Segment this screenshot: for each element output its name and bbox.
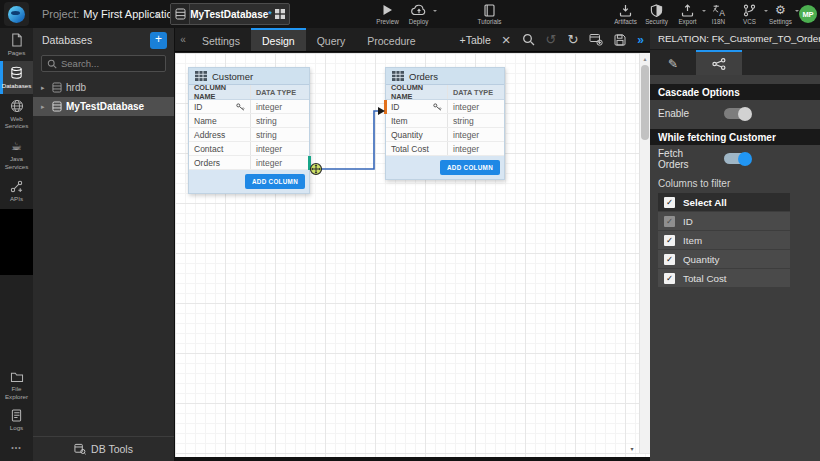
tab-procedure[interactable]: Procedure — [356, 28, 426, 51]
grid-view-icon[interactable] — [272, 9, 289, 19]
tab-edit-relation[interactable]: ✎ — [650, 50, 696, 75]
column-headers: COLUMN NAME DATA TYPE — [189, 85, 309, 100]
undo-icon[interactable]: ↺ — [546, 33, 557, 46]
add-database-button[interactable]: + — [150, 32, 167, 49]
sidebar-item-file-explorer[interactable]: File Explorer — [0, 366, 33, 405]
app-logo[interactable] — [4, 2, 29, 26]
primary-key-icon — [433, 103, 442, 111]
sidebar-item-databases[interactable]: Databases — [0, 61, 33, 94]
i18n-button[interactable]: A I18N — [703, 0, 734, 28]
filter-row-total-cost[interactable]: ✓ Total Cost — [658, 269, 790, 287]
column-row-id[interactable]: ID integer — [189, 100, 309, 114]
enable-toggle[interactable] — [724, 108, 750, 119]
checkbox-checked[interactable]: ✓ — [664, 235, 675, 246]
upload-icon — [681, 4, 694, 17]
sidebar-item-pages[interactable]: Pages — [0, 28, 33, 61]
search-icon[interactable] — [522, 33, 535, 46]
expander-icon[interactable]: ▸ — [41, 84, 48, 92]
connector-icon — [10, 180, 23, 193]
db-tools-button[interactable]: DB Tools — [33, 436, 174, 461]
add-table-button[interactable]: +Table — [460, 34, 491, 46]
search-icon — [47, 59, 57, 69]
search-input[interactable] — [61, 58, 160, 69]
tab-settings[interactable]: Settings — [191, 28, 251, 51]
table-card-customer[interactable]: Customer COLUMN NAME DATA TYPE ID intege… — [188, 67, 310, 194]
fetch-orders-toggle[interactable] — [724, 153, 750, 164]
artifacts-button[interactable]: Artifacts — [610, 0, 641, 28]
relation-panel-tabs: ✎ — [650, 50, 820, 75]
checkbox-checked[interactable]: ✓ — [664, 273, 675, 284]
canvas-bottom-edge — [175, 457, 650, 461]
close-icon[interactable]: × — [502, 33, 511, 46]
checkbox-checked[interactable]: ✓ — [664, 197, 675, 208]
collapse-panel-icon[interactable]: « — [175, 28, 191, 51]
filter-row-quantity[interactable]: ✓ Quantity — [658, 250, 790, 268]
tab-design[interactable]: Design — [251, 28, 306, 51]
search-box[interactable] — [41, 55, 166, 72]
coffee-cup-icon: ☕ — [11, 139, 22, 153]
redo-icon[interactable]: ↻ — [567, 33, 578, 46]
column-row-name[interactable]: Name string — [189, 114, 309, 128]
save-icon[interactable] — [614, 34, 626, 46]
user-avatar[interactable]: MP — [799, 5, 817, 23]
scroll-corner-icon[interactable]: ▾ — [625, 443, 639, 453]
sidebar-item-java-services[interactable]: ☕ Java Services — [0, 134, 33, 175]
shield-icon — [650, 4, 663, 17]
column-row-quantity[interactable]: Quantity integer — [386, 128, 504, 142]
tab-query[interactable]: Query — [306, 28, 357, 51]
databases-panel: Databases + ▸ hrdb ▸ MyTestDatabase — [33, 28, 175, 461]
relation-target-anchor[interactable] — [384, 100, 387, 114]
settings-button[interactable]: ⚙ Settings — [765, 0, 796, 28]
column-row-total-cost[interactable]: Total Cost integer — [386, 142, 504, 156]
filter-row-select-all[interactable]: ✓ Select All — [658, 193, 790, 211]
table-card-orders[interactable]: Orders COLUMN NAME DATA TYPE ID integer … — [385, 67, 505, 180]
relation-title: RELATION: FK_Customer_TO_Orders_O... — [650, 28, 820, 50]
expander-icon[interactable]: ▸ — [41, 103, 48, 111]
panel-title: Databases — [42, 34, 92, 46]
db-tree-item-hrdb[interactable]: ▸ hrdb — [33, 78, 174, 97]
deploy-button[interactable]: Deploy — [403, 0, 434, 28]
project-name[interactable]: My First Application — [83, 8, 178, 20]
filter-row-id[interactable]: ✓ ID — [658, 212, 790, 230]
tab-relation-options[interactable] — [696, 50, 742, 75]
vcs-button[interactable]: VCS — [734, 0, 765, 28]
expand-panel-icon[interactable]: » — [637, 33, 644, 47]
export-button[interactable]: Export — [672, 0, 703, 28]
sidebar-item-logs[interactable]: Logs — [0, 404, 33, 436]
security-button[interactable]: Security — [641, 0, 672, 28]
column-row-item[interactable]: Item string — [386, 114, 504, 128]
tab-title-text: MyTestDatabase — [190, 9, 268, 20]
db-tree-item-mytestdatabase[interactable]: ▸ MyTestDatabase — [33, 97, 174, 116]
caret-down-icon — [433, 10, 437, 14]
preview-button[interactable]: Preview — [372, 0, 403, 28]
update-database-icon[interactable] — [589, 33, 603, 46]
sidebar-item-apis[interactable]: APIs — [0, 175, 33, 207]
add-column-button[interactable]: ADD COLUMN — [440, 160, 500, 175]
sidebar-item-web-services[interactable]: Web Services — [0, 94, 33, 135]
scroll-up-icon[interactable]: ▲ — [640, 53, 650, 63]
main-area: « Settings Design Query Procedure +Table… — [175, 28, 650, 461]
relation-source-anchor[interactable] — [308, 156, 311, 170]
toolbar-left-actions: Preview Deploy Tutori — [372, 0, 505, 28]
vertical-scrollbar[interactable]: ▲ — [639, 53, 650, 453]
schema-canvas[interactable]: Customer COLUMN NAME DATA TYPE ID intege… — [175, 53, 650, 457]
rail-spacer — [0, 209, 33, 275]
tutorials-button[interactable]: Tutorials — [474, 0, 505, 28]
table-name: Customer — [212, 71, 253, 82]
column-row-id[interactable]: ID integer — [386, 100, 504, 114]
branch-icon — [743, 4, 756, 17]
checkbox-checked[interactable]: ✓ — [664, 254, 675, 265]
open-database-tab[interactable]: MyTestDatabase* — [170, 3, 290, 25]
db-tools-icon — [74, 443, 86, 455]
add-column-button[interactable]: ADD COLUMN — [245, 174, 305, 189]
column-row-address[interactable]: Address string — [189, 128, 309, 142]
table-grid-icon — [392, 71, 404, 81]
more-options-icon[interactable]: ••• — [0, 436, 33, 461]
column-row-orders[interactable]: Orders integer — [189, 156, 309, 170]
filter-row-item[interactable]: ✓ Item — [658, 231, 790, 249]
column-row-contact[interactable]: Contact integer — [189, 142, 309, 156]
breadcrumb-chevron-icon: › — [155, 0, 159, 28]
gear-icon: ⚙ — [775, 4, 786, 17]
scrollbar-thumb[interactable] — [641, 65, 649, 140]
database-icon — [171, 4, 190, 24]
